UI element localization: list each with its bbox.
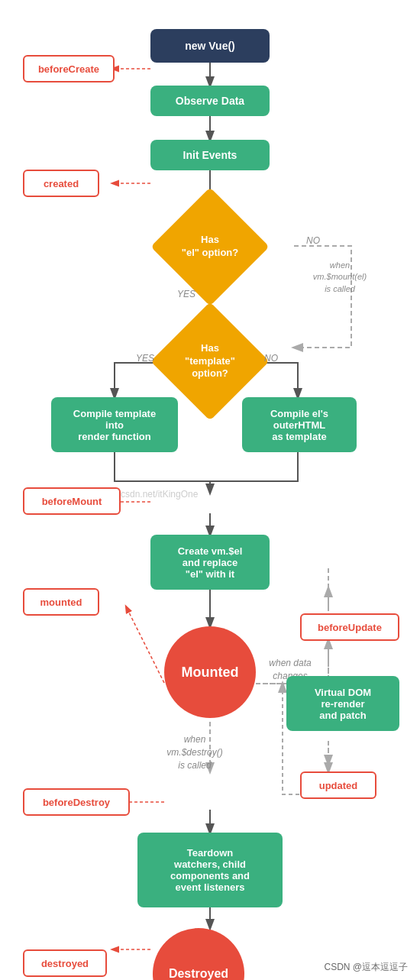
when-destroy-label: whenvm.$destroy()is called	[149, 733, 241, 771]
compile-outerhtml-box: Compile el's outerHTML as template	[242, 397, 357, 452]
teardown-box: Teardown watchers, child components and …	[137, 833, 283, 907]
mounted-circle: Mounted	[164, 626, 256, 718]
watermark: csdn.net/itKingOne	[121, 489, 198, 500]
destroyed-hook: destroyed	[23, 949, 107, 977]
no-label-template: NO	[256, 353, 286, 364]
has-el-diamond: Has "el" option?	[168, 205, 252, 289]
new-vue-box: new Vue()	[150, 29, 270, 63]
before-update-hook: beforeUpdate	[300, 613, 399, 641]
virtual-dom-box: Virtual DOM re-render and patch	[286, 676, 399, 731]
before-create-hook: beforeCreate	[23, 55, 115, 82]
no-label-el: NO	[298, 235, 328, 246]
footer: CSDN @逗本逗逗子	[324, 961, 408, 972]
compile-template-box: Compile template into render function	[51, 397, 178, 452]
before-destroy-hook: beforeDestroy	[23, 788, 130, 816]
created-hook: created	[23, 170, 99, 197]
yes-label-el: YES	[171, 289, 202, 299]
init-events-box: Init Events	[150, 140, 270, 170]
svg-line-16	[126, 606, 164, 683]
before-mount-hook: beforeMount	[23, 487, 121, 515]
has-template-diamond: Has "template" option?	[168, 319, 252, 403]
yes-label-template: YES	[130, 353, 160, 364]
lifecycle-diagram: new Vue() beforeCreate Observe Data Init…	[0, 0, 420, 980]
observe-data-box: Observe Data	[150, 86, 270, 116]
create-vm-box: Create vm.$el and replace "el" with it	[150, 535, 270, 590]
updated-hook: updated	[300, 771, 376, 799]
mounted-hook: mounted	[23, 588, 99, 616]
destroyed-circle: Destroyed	[153, 928, 244, 980]
when-mount-label: whenvm.$mount(el)is called	[302, 260, 378, 295]
